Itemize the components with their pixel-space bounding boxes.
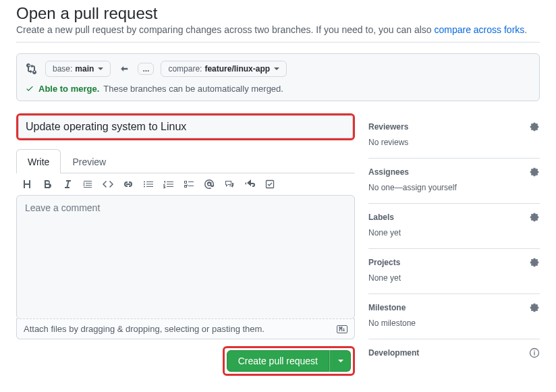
attach-hint-text: Attach files by dragging & dropping, sel…	[24, 324, 265, 334]
merge-status-able: Able to merge.	[38, 84, 99, 94]
base-branch-button[interactable]: base: main	[45, 61, 111, 77]
sidebar-projects: Projects None yet	[368, 249, 540, 294]
pr-title-input[interactable]	[18, 115, 353, 138]
assignees-prefix: No one—	[368, 183, 403, 192]
compare-branch-label: compare:	[168, 64, 202, 74]
caret-down-icon	[338, 360, 343, 362]
sidebar-labels-body: None yet	[368, 228, 540, 237]
page-title: Open a pull request	[16, 4, 540, 23]
caret-down-icon	[98, 67, 103, 70]
reply-icon[interactable]	[244, 179, 255, 190]
compare-across-forks-link[interactable]: compare across forks	[434, 24, 524, 35]
sidebar-reviewers-body: No reviews	[368, 138, 540, 147]
italic-icon[interactable]	[62, 179, 73, 190]
bold-icon[interactable]	[42, 179, 53, 190]
sidebar: Reviewers No reviews Assignees No one—as…	[368, 113, 540, 364]
gear-icon[interactable]	[529, 212, 540, 223]
comment-textarea[interactable]: Leave a comment	[16, 195, 355, 319]
info-icon[interactable]	[529, 347, 540, 358]
caret-down-icon	[274, 67, 279, 70]
pr-title-highlight	[16, 113, 355, 140]
gear-icon[interactable]	[529, 302, 540, 313]
merge-status: Able to merge. These branches can be aut…	[25, 84, 283, 94]
tasklist-icon[interactable]	[184, 179, 194, 190]
main-column: Write Preview Leave a comment Attach fil…	[16, 113, 355, 376]
page-subtitle: Create a new pull request by comparing c…	[16, 24, 540, 35]
link-icon[interactable]	[123, 179, 134, 190]
sidebar-milestone: Milestone No milestone	[368, 294, 540, 339]
markdown-toolbar	[16, 173, 355, 195]
sidebar-milestone-title: Milestone	[368, 303, 406, 312]
gear-icon[interactable]	[529, 167, 540, 177]
base-branch-label: base:	[53, 64, 72, 74]
create-pr-highlight: Create pull request	[223, 346, 355, 376]
compare-branch-button[interactable]: compare: feature/linux-app	[161, 61, 287, 77]
attach-hint-row[interactable]: Attach files by dragging & dropping, sel…	[16, 318, 355, 339]
comment-placeholder: Leave a comment	[25, 202, 100, 213]
sidebar-reviewers-title: Reviewers	[368, 122, 408, 132]
gear-icon[interactable]	[529, 121, 540, 132]
svg-rect-0	[267, 181, 274, 188]
code-icon[interactable]	[103, 179, 113, 190]
mention-icon[interactable]	[204, 179, 215, 190]
sidebar-assignees-body: No one—assign yourself	[368, 183, 540, 192]
sidebar-labels-title: Labels	[368, 213, 394, 222]
subtitle-text: Create a new pull request by comparing c…	[16, 24, 434, 35]
sidebar-development-title: Development	[368, 348, 419, 358]
tab-write[interactable]: Write	[16, 149, 61, 173]
sidebar-assignees-title: Assignees	[368, 167, 409, 177]
branch-range-box: base: main ... compare: feature/linux-ap…	[16, 53, 540, 101]
compare-branch-value: feature/linux-app	[204, 64, 270, 74]
assign-yourself-link[interactable]: assign yourself	[403, 183, 457, 192]
git-compare-icon	[25, 62, 38, 76]
quote-icon[interactable]	[82, 179, 93, 190]
ordered-list-icon[interactable]	[163, 179, 174, 190]
tab-preview[interactable]: Preview	[61, 149, 117, 173]
unordered-list-icon[interactable]	[143, 179, 154, 190]
sidebar-projects-body: None yet	[368, 273, 540, 283]
markdown-badge-icon[interactable]: M↓	[337, 325, 348, 333]
sidebar-projects-title: Projects	[368, 258, 400, 267]
sidebar-labels: Labels None yet	[368, 204, 540, 249]
saved-replies-icon[interactable]	[265, 179, 275, 190]
gear-icon[interactable]	[529, 257, 540, 268]
sidebar-reviewers: Reviewers No reviews	[368, 113, 540, 159]
base-branch-value: main	[75, 64, 94, 74]
create-pull-request-button[interactable]: Create pull request	[227, 350, 329, 372]
header-divider	[16, 42, 540, 43]
sidebar-assignees: Assignees No one—assign yourself	[368, 159, 540, 204]
arrow-left-icon	[117, 62, 131, 76]
create-pull-request-dropdown[interactable]	[329, 350, 351, 372]
cross-reference-icon[interactable]	[224, 179, 235, 190]
sidebar-development: Development	[368, 339, 540, 358]
sidebar-milestone-body: No milestone	[368, 318, 540, 328]
merge-status-rest: These branches can be automatically merg…	[103, 84, 283, 94]
comment-tabs: Write Preview	[16, 148, 355, 173]
subtitle-suffix: .	[524, 24, 527, 35]
heading-icon[interactable]	[22, 179, 32, 190]
check-icon	[25, 84, 34, 94]
range-dots-button[interactable]: ...	[138, 63, 154, 75]
